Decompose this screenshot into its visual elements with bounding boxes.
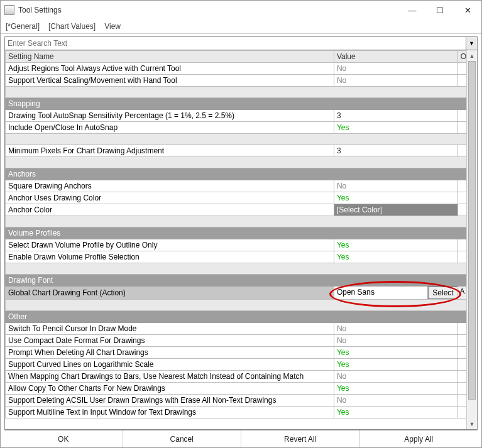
font-select-button[interactable]: Select (428, 287, 457, 299)
table-row[interactable]: Switch To Pencil Cursor In Draw ModeNo (6, 323, 477, 335)
setting-name: Anchor Uses Drawing Color (6, 192, 334, 204)
setting-name: Anchor Color (6, 204, 334, 216)
scroll-down-icon[interactable]: ▼ (467, 418, 477, 429)
table-row[interactable]: Prompt When Deleting All Chart DrawingsY… (6, 347, 477, 359)
setting-name: Square Drawing Anchors (6, 180, 334, 192)
setting-value-font: Open Sans Select (334, 287, 457, 300)
setting-value[interactable]: Yes (334, 407, 457, 418)
section-header-snapping: Snapping (6, 98, 477, 110)
table-row[interactable]: Anchor Color[Select Color] (6, 204, 477, 216)
table-row[interactable]: When Mapping Chart Drawings to Bars, Use… (6, 371, 477, 383)
section-header-volume-profiles: Volume Profiles (6, 227, 477, 239)
setting-name: Use Compact Date Format For Drawings (6, 335, 334, 347)
vertical-scrollbar[interactable]: ▲ ▼ (466, 50, 477, 429)
settings-grid: Setting Name Value Ori Adjust Regions To… (4, 50, 478, 430)
titlebar: Tool Settings — ☐ ✕ (1, 1, 481, 19)
table-row[interactable]: Include Open/Close In AutoSnapYes (6, 122, 477, 134)
col-header-name[interactable]: Setting Name (6, 51, 334, 63)
table-row[interactable]: Support Deleting ACSIL User Drawn Drawin… (6, 395, 477, 407)
menu-general[interactable]: [*General] (6, 22, 40, 31)
apply-all-button[interactable]: Apply All (359, 430, 478, 447)
table-row[interactable]: Support Curved Lines on Logarithmic Scal… (6, 359, 477, 371)
setting-value[interactable]: No (334, 75, 457, 87)
table-row[interactable]: Minimum Pixels For Chart Drawing Adjustm… (6, 145, 477, 157)
col-header-value[interactable]: Value (334, 51, 457, 63)
setting-value[interactable]: Yes (334, 347, 457, 359)
tool-settings-window: Tool Settings — ☐ ✕ [*General] [Chart Va… (0, 0, 482, 448)
setting-value-select-color[interactable]: [Select Color] (334, 204, 457, 216)
close-button[interactable]: ✕ (454, 1, 481, 19)
table-row[interactable]: Select Drawn Volume Profile by Outline O… (6, 239, 477, 251)
setting-name: Prompt When Deleting All Chart Drawings (6, 347, 334, 359)
table-row[interactable]: Support Multiline Text in Input Window f… (6, 407, 477, 418)
setting-value[interactable]: No (334, 63, 457, 75)
setting-name: Switch To Pencil Cursor In Draw Mode (6, 323, 334, 335)
setting-value[interactable]: No (334, 323, 457, 335)
setting-value[interactable]: Yes (334, 122, 457, 134)
setting-name: Select Drawn Volume Profile by Outline O… (6, 239, 334, 251)
setting-value[interactable]: 3 (334, 145, 457, 157)
setting-name: Drawing Tool AutoSnap Sensitivity Percen… (6, 110, 334, 122)
cancel-button[interactable]: Cancel (123, 430, 241, 447)
setting-name: Minimum Pixels For Chart Drawing Adjustm… (6, 145, 334, 157)
table-row[interactable]: Enable Drawn Volume Profile SelectionYes (6, 251, 477, 263)
setting-name: Support Curved Lines on Logarithmic Scal… (6, 359, 334, 371)
table-row[interactable]: Use Compact Date Format For DrawingsNo (6, 335, 477, 347)
scroll-thumb[interactable] (468, 61, 476, 400)
setting-name: Enable Drawn Volume Profile Selection (6, 251, 334, 263)
setting-value[interactable]: Yes (334, 192, 457, 204)
setting-value[interactable]: No (334, 395, 457, 407)
table-row[interactable]: Allow Copy To Other Charts For New Drawi… (6, 383, 477, 395)
scroll-up-icon[interactable]: ▲ (467, 50, 477, 61)
setting-name: Adjust Regions Tool Always Active with C… (6, 63, 334, 75)
setting-name: When Mapping Chart Drawings to Bars, Use… (6, 371, 334, 383)
setting-value[interactable]: Yes (334, 251, 457, 263)
section-header-other: Other (6, 311, 477, 323)
font-name-display: Open Sans (334, 287, 428, 299)
menu-bar: [*General] [Chart Values] View (1, 19, 481, 34)
setting-value[interactable]: Yes (334, 383, 457, 395)
table-row[interactable]: Anchor Uses Drawing ColorYes (6, 192, 477, 204)
table-row-drawing-font[interactable]: Global Chart Drawing Font (Action) Open … (6, 287, 477, 300)
ok-button[interactable]: OK (4, 430, 123, 447)
table-row[interactable]: Support Vertical Scaling/Movement with H… (6, 75, 477, 87)
menu-view[interactable]: View (104, 22, 121, 31)
setting-value[interactable]: Yes (334, 239, 457, 251)
section-header-anchors: Anchors (6, 168, 477, 180)
table-row[interactable]: Square Drawing AnchorsNo (6, 180, 477, 192)
window-title: Tool Settings (18, 6, 62, 14)
setting-value[interactable]: No (334, 371, 457, 383)
setting-name: Support Vertical Scaling/Movement with H… (6, 75, 334, 87)
setting-name: Include Open/Close In AutoSnap (6, 122, 334, 134)
search-input[interactable] (5, 37, 466, 50)
search-dropdown-button[interactable]: ▼ (466, 37, 477, 50)
setting-value[interactable]: No (334, 335, 457, 347)
setting-name: Support Multiline Text in Input Window f… (6, 407, 334, 418)
setting-value[interactable]: 3 (334, 110, 457, 122)
app-icon (4, 5, 14, 15)
footer-bar: OK Cancel Revert All Apply All (4, 430, 478, 447)
setting-value[interactable]: No (334, 180, 457, 192)
maximize-button[interactable]: ☐ (426, 1, 454, 19)
setting-name: Global Chart Drawing Font (Action) (6, 287, 334, 300)
search-row: ▼ (4, 36, 478, 50)
section-header-drawing-font: Drawing Font (6, 275, 477, 287)
table-row[interactable]: Adjust Regions Tool Always Active with C… (6, 63, 477, 75)
table-row[interactable]: Drawing Tool AutoSnap Sensitivity Percen… (6, 110, 477, 122)
menu-chart-values[interactable]: [Chart Values] (48, 22, 96, 31)
revert-all-button[interactable]: Revert All (241, 430, 359, 447)
minimize-button[interactable]: — (398, 1, 426, 19)
setting-value[interactable]: Yes (334, 359, 457, 371)
setting-name: Support Deleting ACSIL User Drawn Drawin… (6, 395, 334, 407)
setting-name: Allow Copy To Other Charts For New Drawi… (6, 383, 334, 395)
